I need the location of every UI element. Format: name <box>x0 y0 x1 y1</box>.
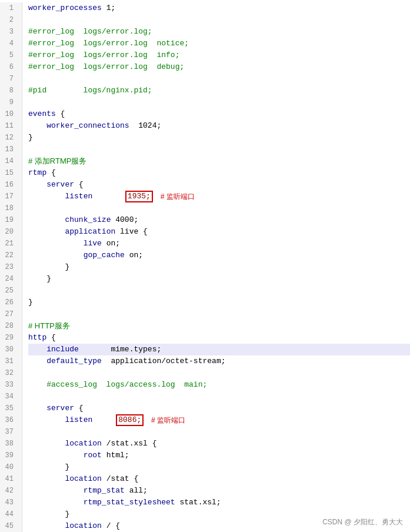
code-line-35: server { <box>28 403 410 414</box>
code-line-20: application live { <box>28 226 410 238</box>
code-line-30: include mime.types; <box>28 344 410 355</box>
code-line-12: } <box>28 132 410 144</box>
code-line-34 <box>28 391 410 403</box>
code-line-26: } <box>28 297 410 308</box>
code-line-13 <box>28 144 410 155</box>
code-line-41: location /stat { <box>28 473 410 485</box>
code-line-1: worker_processes 1; <box>28 2 410 14</box>
code-line-40: } <box>28 461 410 473</box>
code-line-11: worker_connections 1024; <box>28 120 410 132</box>
code-line-9 <box>28 97 410 108</box>
code-line-4: #error_log logs/error.log notice; <box>28 38 410 49</box>
code-line-36: listen 8086; # 监听端口 <box>28 414 410 426</box>
code-line-14: # 添加RTMP服务 <box>28 155 410 167</box>
code-line-43: rtmp_stat_stylesheet stat.xsl; <box>28 497 410 508</box>
code-line-5: #error_log logs/error.log info; <box>28 49 410 61</box>
code-line-31: default_type application/octet-stream; <box>28 355 410 367</box>
code-line-6: #error_log logs/error.log debug; <box>28 61 410 73</box>
listen-http-box: 8086; <box>116 414 144 426</box>
watermark: CSDN @ 夕阳红、勇大大 <box>322 517 403 527</box>
code-line-10: events { <box>28 108 410 120</box>
code-content: worker_processes 1; #error_log logs/erro… <box>22 2 410 532</box>
code-line-42: rtmp_stat all; <box>28 485 410 497</box>
code-line-16: server { <box>28 179 410 191</box>
code-line-32 <box>28 367 410 379</box>
code-line-28: # HTTP服务 <box>28 320 410 332</box>
code-line-24: } <box>28 273 410 285</box>
code-line-18 <box>28 202 410 214</box>
code-line-15: rtmp { <box>28 167 410 179</box>
code-line-3: #error_log logs/error.log; <box>28 26 410 38</box>
code-line-39: root html; <box>28 450 410 461</box>
code-line-29: http { <box>28 332 410 344</box>
code-line-19: chunk_size 4000; <box>28 214 410 226</box>
code-line-17: listen 1935; # 监听端口 <box>28 191 410 202</box>
code-line-38: location /stat.xsl { <box>28 438 410 450</box>
code-line-33: #access_log logs/access.log main; <box>28 379 410 391</box>
code-line-25 <box>28 285 410 297</box>
code-line-8: #pid logs/nginx.pid; <box>28 85 410 97</box>
code-line-23: } <box>28 261 410 273</box>
listen-rtmp-box: 1935; <box>125 191 153 202</box>
code-line-22: gop_cache on; <box>28 250 410 261</box>
code-line-7 <box>28 73 410 85</box>
code-line-37 <box>28 426 410 438</box>
code-line-2 <box>28 14 410 26</box>
line-numbers: 1 2 3 4 5 6 7 8 9 10 11 12 13 14 15 16 1… <box>0 2 22 532</box>
code-line-27 <box>28 308 410 320</box>
code-line-21: live on; <box>28 238 410 250</box>
code-editor: 1 2 3 4 5 6 7 8 9 10 11 12 13 14 15 16 1… <box>0 0 410 532</box>
